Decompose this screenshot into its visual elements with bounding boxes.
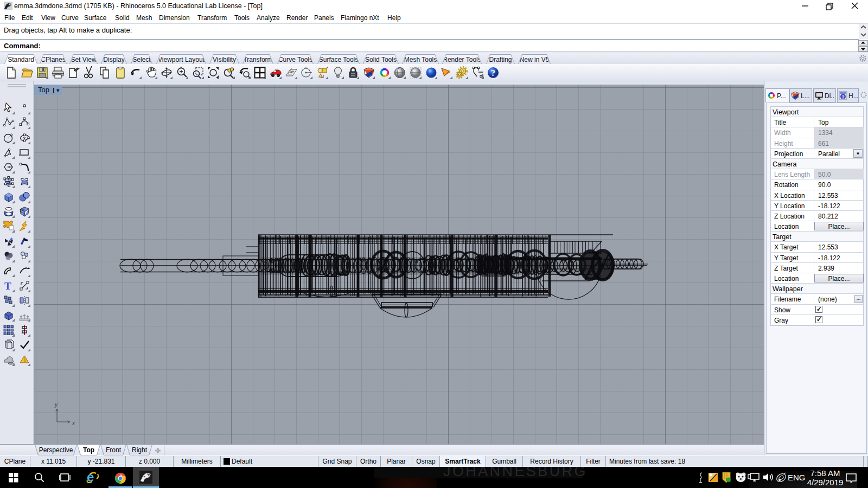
svg-text:y: y [54, 402, 58, 408]
svg-text:?: ? [841, 94, 845, 100]
svg-text:?: ? [491, 68, 495, 78]
svg-text:T: T [4, 280, 11, 292]
svg-text:x: x [72, 420, 75, 426]
